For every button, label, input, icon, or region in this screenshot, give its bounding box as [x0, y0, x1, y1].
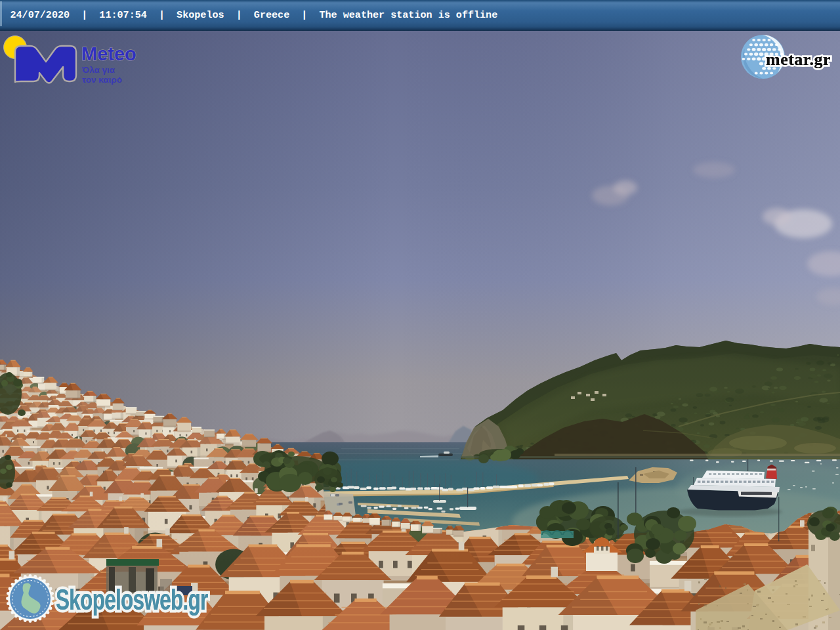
svg-text:metar.gr: metar.gr	[766, 50, 831, 69]
svg-text:Όλα για: Όλα για	[81, 65, 116, 75]
svg-text:24/07/2020 | 11:07:54 | Sk: 24/07/2020 | 11:07:54 | Skopelos | Greec…	[10, 9, 498, 21]
svg-text:Meteo: Meteo	[81, 43, 136, 64]
svg-text:Skopelosweb.gr: Skopelosweb.gr	[56, 583, 208, 616]
svg-text:τον καιρό: τον καιρό	[82, 75, 122, 85]
